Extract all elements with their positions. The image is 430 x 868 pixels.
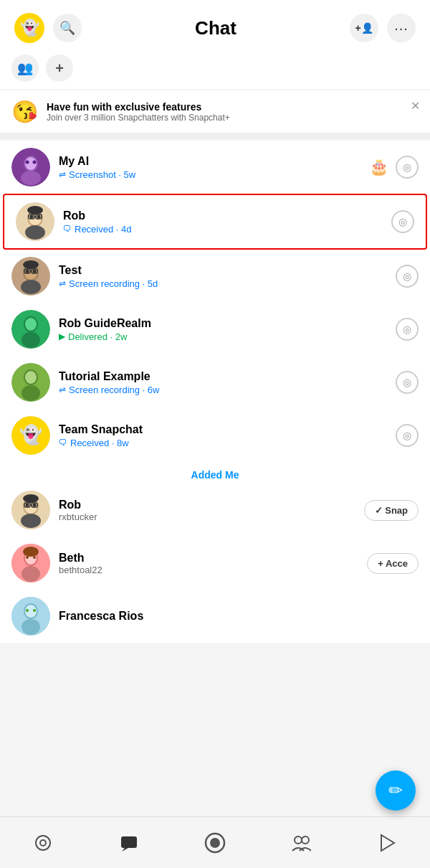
chat-item-rob[interactable]: Rob 🗨 Received · 4d ◎ [3,194,427,250]
accept-button-beth[interactable]: + Acce [367,553,419,574]
added-me-info-francesca: Francesca Rios [59,610,367,623]
header: 👻 🔍 Chat +👤 ··· [0,0,430,50]
chat-sub-icon-snapchat: 🗨 [59,438,67,448]
svg-point-39 [26,504,29,507]
added-me-user-rob: rxbtucker [59,511,364,522]
new-chat-button[interactable]: + [46,55,73,82]
nav-item-map[interactable] [22,826,64,860]
chat-sub-tutorial-example: ⇌ Screen recording · 6w [59,385,396,395]
groups-button[interactable]: 👥 [11,55,39,82]
bottom-nav [0,816,430,868]
added-me-item-beth[interactable]: Beth bethtoal22 + Acce [0,537,430,590]
chat-info-team-snapchat: Team Snapchat 🗨 Received · 8w [59,423,396,448]
chat-sub-text-test: Screen recording · 5d [69,278,158,289]
svg-point-3 [26,161,29,164]
svg-point-10 [37,215,41,219]
camera-button-rob[interactable]: ◎ [391,210,414,233]
chat-sub-icon-test: ⇌ [59,278,66,288]
svg-point-5 [21,171,41,185]
sub-header: 👥 + [0,50,430,89]
avatar-rob-guiderealm [11,310,50,349]
section-label-added-me: Added Me [0,462,430,483]
chat-sub-icon-rob-guiderealm: ▶ [59,331,65,341]
svg-point-28 [25,318,37,331]
nav-item-friends[interactable] [280,826,322,860]
chat-sub-text-tutorial: Screen recording · 6w [69,385,159,395]
snap-button-rob[interactable]: ✓ Snap [364,500,419,521]
svg-rect-61 [121,836,137,848]
svg-point-14 [27,206,43,214]
promo-icon: 😘 [11,99,38,124]
promo-close-button[interactable]: ✕ [411,99,420,113]
camera-button-tutorial[interactable]: ◎ [396,371,419,394]
user-avatar[interactable]: 👻 [14,13,44,43]
avatar-rob [16,202,54,241]
avatar-tutorial-example [11,363,50,402]
svg-point-9 [30,215,34,219]
camera-button-my-ai[interactable]: ◎ [396,156,419,179]
chat-name-my-ai: My AI [59,155,369,168]
chat-sub-icon: ⇌ [59,169,66,179]
chat-name-test: Test [59,264,396,277]
added-me-item-francesca[interactable]: Francesca Rios + Acce [0,590,430,643]
more-options-button[interactable]: ··· [387,14,416,42]
added-me-info-beth: Beth bethtoal22 [59,552,367,575]
svg-point-65 [295,836,302,844]
page-title: Chat [82,17,350,39]
chat-sub-text-rob: Received · 4d [75,224,132,235]
chat-actions-test: ◎ [396,265,419,288]
camera-button-rob-guiderealm[interactable]: ◎ [396,318,419,341]
chat-name-rob-guiderealm: Rob GuideRealm [59,317,396,330]
added-me-user-beth: bethtoal22 [59,565,367,575]
chat-sub-team-snapchat: 🗨 Received · 8w [59,438,396,448]
svg-point-45 [21,514,41,528]
cake-icon: 🎂 [369,158,388,176]
avatar-beth-added [11,544,50,582]
svg-point-40 [33,504,37,507]
camera-button-test[interactable]: ◎ [396,265,419,288]
avatar-rob-added [11,491,50,529]
add-friend-button[interactable]: +👤 [350,14,378,42]
avatar-francesca-added [11,597,50,636]
nav-item-stories[interactable] [366,826,408,860]
chat-info-tutorial-example: Tutorial Example ⇌ Screen recording · 6w [59,370,396,395]
svg-point-4 [33,161,37,164]
svg-point-57 [33,609,36,612]
chat-actions-rob: ◎ [391,210,414,233]
chat-actions-my-ai: 🎂 ◎ [369,156,419,179]
svg-point-44 [23,494,39,503]
added-me-name-francesca: Francesca Rios [59,610,367,623]
chat-sub-rob-guiderealm: ▶ Delivered · 2w [59,331,396,342]
chat-sub-icon-rob: 🗨 [63,224,72,234]
chat-item-test[interactable]: Test ⇌ Screen recording · 5d ◎ [0,250,430,303]
chat-sub-my-ai: ⇌ Screenshot · 5w [59,169,369,180]
svg-point-19 [26,270,29,273]
chat-sub-text-snapchat: Received · 8w [70,438,129,448]
svg-point-51 [23,547,39,557]
compose-fab-button[interactable]: ✏ [376,770,416,811]
chat-item-my-ai[interactable]: My AI ⇌ Screenshot · 5w 🎂 ◎ [0,141,430,194]
promo-banner: 😘 Have fun with exclusive features Join … [0,90,430,133]
added-me-name-beth: Beth [59,552,367,565]
header-left: 👻 🔍 [14,13,82,43]
svg-point-25 [21,280,41,294]
chat-item-rob-guiderealm[interactable]: Rob GuideRealm ▶ Delivered · 2w ◎ [0,303,430,356]
chat-item-tutorial-example[interactable]: Tutorial Example ⇌ Screen recording · 6w… [0,356,430,409]
added-me-item-rob[interactable]: Rob rxbtucker ✓ Snap [0,483,430,537]
chat-sub-test: ⇌ Screen recording · 5d [59,278,396,289]
promo-subtitle: Join over 3 million Snapchatters with Sn… [47,113,230,123]
chat-sub-text: Screenshot · 5w [69,169,135,180]
search-button[interactable]: 🔍 [53,14,82,42]
chat-item-team-snapchat[interactable]: 👻 Team Snapchat 🗨 Received · 8w ◎ [0,409,430,462]
nav-item-camera[interactable] [194,826,236,860]
svg-point-58 [22,619,40,635]
nav-item-chat[interactable] [108,826,150,860]
promo-text: Have fun with exclusive features Join ov… [47,101,230,123]
svg-point-33 [22,385,40,401]
added-me-name-rob: Rob [59,499,364,511]
svg-point-32 [25,371,37,384]
chat-info-test: Test ⇌ Screen recording · 5d [59,264,396,289]
svg-marker-62 [122,848,128,852]
camera-button-snapchat[interactable]: ◎ [396,424,419,447]
svg-marker-67 [381,835,394,851]
